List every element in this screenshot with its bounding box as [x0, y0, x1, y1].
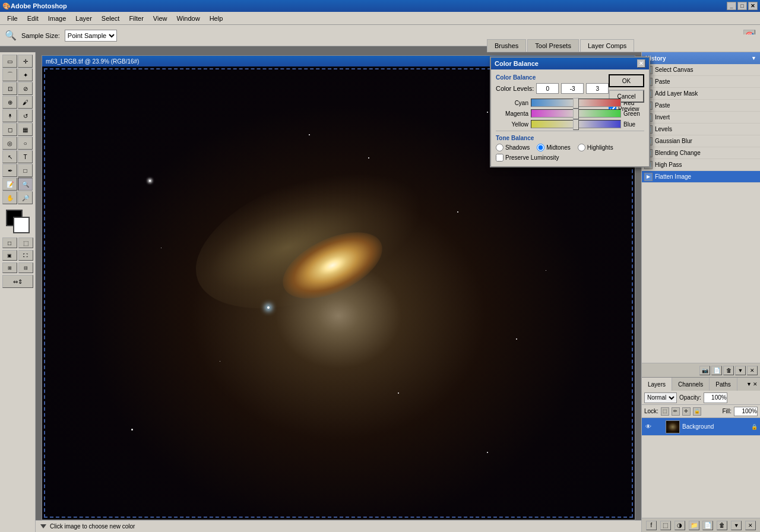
blend-mode-select[interactable]: Normal	[644, 392, 677, 403]
menu-edit[interactable]: Edit	[23, 14, 43, 23]
color-level-3[interactable]	[586, 83, 609, 94]
opacity-input[interactable]	[704, 392, 727, 403]
window-controls[interactable]: _ □ ✕	[727, 2, 758, 10]
color-level-1[interactable]	[536, 83, 559, 94]
menu-image[interactable]: Image	[43, 14, 71, 23]
color-level-2[interactable]	[561, 83, 584, 94]
quick-mask-button[interactable]: ⬚	[18, 238, 33, 248]
clone-stamp-tool[interactable]: 🖈	[2, 109, 17, 122]
tab-paths[interactable]: Paths	[710, 378, 737, 391]
eyedropper-tool[interactable]: 🔍	[18, 178, 33, 191]
rectangular-marquee-tool[interactable]: ▭	[2, 55, 17, 68]
standard-mode-button[interactable]: □	[2, 238, 17, 248]
fill-input[interactable]	[734, 407, 758, 416]
close-layers-button[interactable]: ✕	[745, 521, 756, 530]
minimize-history-button[interactable]: ▼	[735, 366, 746, 375]
lock-move-icon[interactable]: ✛	[682, 407, 691, 416]
background-color[interactable]	[13, 217, 30, 233]
menu-window[interactable]: Window	[172, 14, 205, 23]
magenta-green-slider-thumb[interactable]	[573, 109, 579, 119]
prompt-arrow[interactable]	[40, 524, 46, 528]
zoom-tool[interactable]: 🔎	[18, 191, 33, 204]
yellow-blue-slider-thumb[interactable]	[573, 119, 579, 130]
history-item[interactable]: 📄 Gaussian Blur	[642, 135, 760, 147]
yellow-blue-slider-track[interactable]	[531, 120, 621, 128]
minimize-button[interactable]: _	[727, 2, 736, 10]
lasso-tool[interactable]: ⌒	[2, 68, 17, 81]
layer-visibility-icon[interactable]: 👁	[644, 423, 653, 431]
close-button[interactable]: ✕	[748, 2, 758, 10]
shadows-radio[interactable]	[496, 144, 504, 151]
history-item[interactable]: 📄 Invert	[642, 112, 760, 124]
close-history-button[interactable]: ✕	[747, 366, 758, 375]
history-item[interactable]: 📄 High Pass	[642, 159, 760, 171]
add-style-button[interactable]: f	[646, 521, 657, 530]
menu-file[interactable]: File	[2, 14, 23, 23]
maximize-button[interactable]: □	[737, 2, 747, 10]
layer-background[interactable]: 👁 Background 🔒	[642, 418, 760, 436]
preserve-luminosity-row[interactable]: Preserve Luminosity	[496, 154, 644, 162]
history-item[interactable]: 📄 Paste	[642, 100, 760, 112]
preserve-luminosity-checkbox[interactable]	[496, 154, 504, 162]
magenta-green-slider-track[interactable]	[531, 109, 621, 118]
menu-filter[interactable]: Filter	[124, 14, 148, 23]
delete-layer-button[interactable]: 🗑	[717, 521, 727, 530]
history-item-active[interactable]: ▶ Flatten Image	[642, 171, 760, 183]
new-snapshot-button[interactable]: 📷	[699, 366, 710, 375]
tab-layer-comps[interactable]: Layer Comps	[580, 39, 634, 52]
lock-position-icon[interactable]: ✏	[672, 407, 680, 416]
menu-select[interactable]: Select	[97, 14, 125, 23]
history-minimize-icon[interactable]: ▼	[751, 55, 756, 61]
new-layer-button[interactable]: 📄	[702, 521, 713, 530]
brush-tool[interactable]: 🖌	[18, 96, 33, 109]
slice-tool[interactable]: ⊘	[18, 82, 33, 95]
eraser-tool[interactable]: ◻	[2, 123, 17, 136]
path-selection-tool[interactable]: ↖	[2, 150, 17, 163]
gradient-tool[interactable]: ▦	[18, 123, 33, 136]
dialog-close-button[interactable]: ✕	[637, 59, 645, 68]
highlights-radio-item[interactable]: Highlights	[578, 144, 613, 151]
history-item[interactable]: 📄 Blending Change	[642, 147, 760, 159]
menu-help[interactable]: Help	[205, 14, 228, 23]
tab-tool-presets[interactable]: Tool Presets	[527, 39, 579, 52]
highlights-radio[interactable]	[578, 144, 585, 151]
sample-size-select[interactable]: Point Sample	[65, 30, 117, 42]
layers-panel-minimize[interactable]: ▼	[746, 381, 752, 387]
menu-layer[interactable]: Layer	[71, 14, 97, 23]
notes-tool[interactable]: 📝	[2, 178, 17, 191]
crop-tool[interactable]: ⊡	[2, 82, 17, 95]
text-tool[interactable]: T	[18, 150, 33, 163]
move-tool[interactable]: ✛	[18, 55, 33, 68]
shadows-radio-item[interactable]: Shadows	[496, 144, 530, 151]
midtones-radio-item[interactable]: Midtones	[537, 144, 571, 151]
cyan-red-slider-thumb[interactable]	[573, 98, 579, 109]
layers-panel-close[interactable]: ✕	[753, 381, 758, 387]
arrow-tools-button[interactable]: ⇔⇕	[2, 275, 33, 288]
history-item[interactable]: 📄 Levels	[642, 124, 760, 135]
history-item[interactable]: 📄 Paste	[642, 76, 760, 88]
new-document-button[interactable]: 📄	[711, 366, 722, 375]
tab-layers[interactable]: Layers	[642, 378, 672, 391]
standard-view-button[interactable]: ▣	[2, 250, 17, 261]
delete-state-button[interactable]: 🗑	[723, 366, 734, 375]
shape-tool[interactable]: □	[18, 164, 33, 177]
blur-tool[interactable]: ◎	[2, 137, 17, 150]
minimize-layers-button[interactable]: ▼	[731, 521, 742, 530]
tab-channels[interactable]: Channels	[672, 378, 710, 391]
history-brush-tool[interactable]: ↺	[18, 109, 33, 122]
pen-tool[interactable]: ✒	[2, 164, 17, 177]
cyan-red-slider-track[interactable]	[531, 99, 621, 107]
ok-button[interactable]: OK	[609, 74, 644, 87]
hand-tool[interactable]: ✋	[2, 191, 17, 204]
history-item[interactable]: 📄 Add Layer Mask	[642, 88, 760, 100]
tab-brushes[interactable]: Brushes	[487, 39, 526, 52]
midtones-radio[interactable]	[537, 144, 544, 151]
healing-brush-tool[interactable]: ⊕	[2, 96, 17, 109]
new-group-button[interactable]: 📁	[689, 521, 699, 530]
add-mask-button[interactable]: ⬚	[660, 521, 671, 530]
lock-pixels-icon[interactable]: ⬚	[661, 407, 669, 416]
lock-all-icon[interactable]: 🔒	[693, 407, 701, 416]
magic-wand-tool[interactable]: ✦	[18, 68, 33, 81]
layout-button-1[interactable]: ⊞	[2, 262, 17, 273]
layout-button-2[interactable]: ⊟	[18, 262, 33, 273]
